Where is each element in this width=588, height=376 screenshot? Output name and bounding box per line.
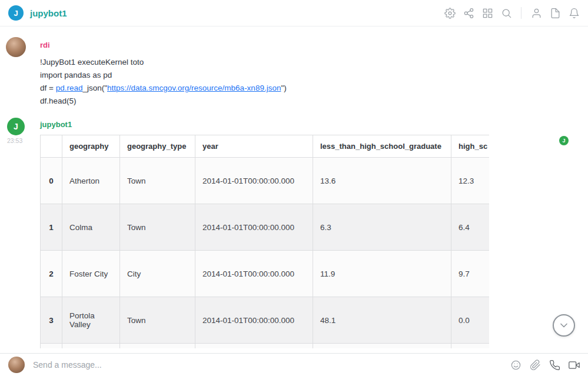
table-header-cell xyxy=(41,135,62,158)
app-header: J jupybot1 xyxy=(0,0,588,26)
message-line: df = pd.read_json("https://data.smcgov.o… xyxy=(40,82,287,95)
user-icon[interactable] xyxy=(530,7,542,19)
table-cell: 2014-01-01T00:00:00.000 xyxy=(195,158,313,204)
current-user-avatar[interactable] xyxy=(8,357,25,373)
table-cell: 2014-01-01T00:00:00.000 xyxy=(195,251,313,297)
table-cell: Town xyxy=(120,297,195,344)
table-cell: 2014-01-01T00:00:00.000 xyxy=(195,204,313,251)
table-cell: Town xyxy=(120,204,195,251)
table-header-cell: less_than_high_school_graduate xyxy=(313,135,451,158)
dataframe-table-container: geography geography_type year less_than_… xyxy=(40,135,489,348)
table-cell xyxy=(41,344,62,349)
pd-read-link[interactable]: pd.read xyxy=(56,84,83,92)
table-row: 0 Atherton Town 2014-01-01T00:00:00.000 … xyxy=(41,158,490,204)
table-cell: 6.3 xyxy=(313,204,451,251)
bot-status-badge: J xyxy=(559,136,569,145)
table-cell xyxy=(195,344,313,349)
message-timestamp: 23:53 xyxy=(7,137,22,144)
message-line: df.head(5) xyxy=(40,95,287,108)
table-cell xyxy=(62,344,120,349)
table-cell xyxy=(451,344,490,349)
table-cell: 12.3 xyxy=(451,158,490,204)
chevron-down-icon xyxy=(558,320,570,331)
jupybot1-avatar[interactable]: J xyxy=(7,118,25,135)
table-header-cell: high_sc xyxy=(451,135,490,158)
composer-actions xyxy=(510,359,580,371)
table-cell: 2014-01-01T00:00:00.000 xyxy=(195,297,313,344)
table-header-cell: year xyxy=(195,135,313,158)
table-cell: 11.9 xyxy=(313,251,451,297)
header-divider xyxy=(521,7,521,19)
table-header-cell: geography_type xyxy=(120,135,195,158)
table-cell: 1 xyxy=(41,204,62,251)
table-cell: City xyxy=(120,251,195,297)
scroll-to-bottom-button[interactable] xyxy=(553,314,575,337)
table-row: 1 Colma Town 2014-01-01T00:00:00.000 6.3… xyxy=(41,204,490,251)
message-input[interactable] xyxy=(33,360,501,370)
rdi-message: !JupyBot1 executeKernel toto import pand… xyxy=(40,56,287,108)
message-line: import pandas as pd xyxy=(40,69,287,82)
header-actions xyxy=(444,7,580,19)
table-cell: Colma xyxy=(62,204,120,251)
message-composer xyxy=(0,353,588,376)
table-cell: 3 xyxy=(41,297,62,344)
table-header-row: geography geography_type year less_than_… xyxy=(41,135,490,158)
jupybot1-username[interactable]: jupybot1 xyxy=(40,120,72,129)
phone-call-icon[interactable] xyxy=(549,359,560,371)
file-icon[interactable] xyxy=(549,7,561,19)
table-cell: 2 xyxy=(41,251,62,297)
settings-icon[interactable] xyxy=(444,7,456,19)
room-title: jupybot1 xyxy=(30,8,67,18)
table-cell: Atherton xyxy=(62,158,120,204)
message-line: !JupyBot1 executeKernel toto xyxy=(40,56,287,69)
code-text: _json(" xyxy=(82,84,107,92)
dataframe-table: geography geography_type year less_than_… xyxy=(40,135,489,348)
apps-grid-icon[interactable] xyxy=(481,7,493,19)
emoji-icon[interactable] xyxy=(510,359,521,371)
share-icon[interactable] xyxy=(463,7,474,19)
table-cell: 0 xyxy=(41,158,62,204)
dataset-url-link[interactable]: https://data.smcgov.org/resource/mb6a-xn… xyxy=(107,84,281,92)
table-cell: Foster City xyxy=(62,251,120,297)
table-row: 3 Portola Valley Town 2014-01-01T00:00:0… xyxy=(41,297,490,344)
chat-area: rdi !JupyBot1 executeKernel toto import … xyxy=(0,26,588,353)
table-cell: Town xyxy=(120,158,195,204)
table-row: 2 Foster City City 2014-01-01T00:00:00.0… xyxy=(41,251,490,297)
table-cell: 6.4 xyxy=(451,204,490,251)
table-cell: Portola Valley xyxy=(62,297,120,344)
table-header-cell: geography xyxy=(62,135,120,158)
table-cell: 9.7 xyxy=(451,251,490,297)
rdi-avatar[interactable] xyxy=(6,37,26,57)
code-text: ") xyxy=(281,84,286,92)
room-avatar[interactable]: J xyxy=(8,5,24,21)
video-call-icon[interactable] xyxy=(568,359,580,371)
table-cell: 0.0 xyxy=(451,297,490,344)
rdi-username[interactable]: rdi xyxy=(40,41,50,49)
attachment-icon[interactable] xyxy=(529,359,541,371)
table-cell xyxy=(120,344,195,349)
table-row-partial xyxy=(41,344,490,349)
table-cell: 13.6 xyxy=(313,158,451,204)
bell-icon[interactable] xyxy=(568,7,580,19)
table-cell xyxy=(313,344,451,349)
table-cell: 48.1 xyxy=(313,297,451,344)
search-icon[interactable] xyxy=(500,7,512,19)
code-text: df = xyxy=(40,84,56,92)
